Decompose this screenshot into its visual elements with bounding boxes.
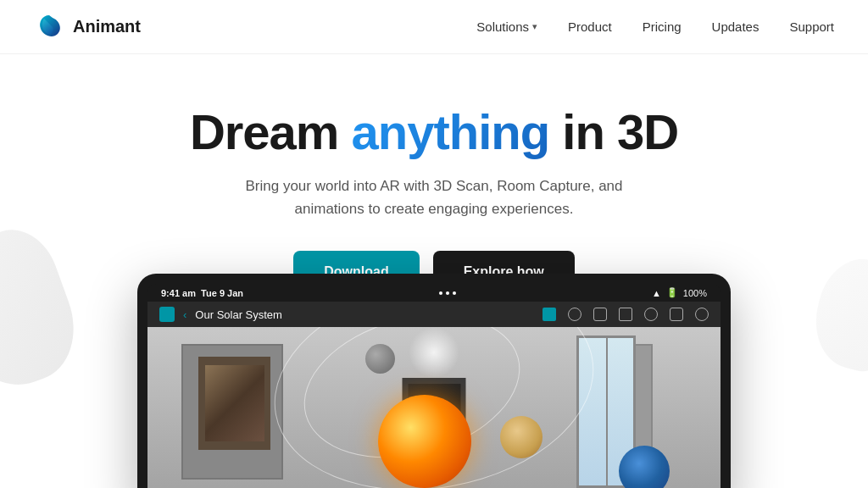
toolbar-grid-icon[interactable] bbox=[159, 307, 175, 322]
tablet-screen bbox=[147, 327, 721, 488]
toolbar-icon-4[interactable] bbox=[619, 308, 632, 321]
statusbar-center bbox=[439, 291, 456, 295]
tablet-mockup: 9:41 am Tue 9 Jan ▲ 🔋 100% ‹ Our Solar S… bbox=[137, 274, 731, 488]
navbar: Animant Solutions ▾ Product Pricing Upda… bbox=[0, 0, 868, 54]
statusbar-time: 9:41 am Tue 9 Jan bbox=[161, 288, 243, 298]
logo-icon bbox=[34, 12, 64, 42]
nav-links: Solutions ▾ Product Pricing Updates Supp… bbox=[476, 19, 834, 34]
statusbar-right: ▲ 🔋 100% bbox=[652, 287, 707, 298]
artwork-image-left bbox=[205, 365, 264, 441]
toolbar-action-icons bbox=[542, 308, 709, 321]
nav-pricing[interactable]: Pricing bbox=[643, 19, 682, 34]
hero-subtitle: Bring your world into AR with 3D Scan, R… bbox=[214, 175, 654, 220]
nav-updates[interactable]: Updates bbox=[712, 19, 760, 34]
statusbar-dot bbox=[439, 291, 442, 295]
planet-gray bbox=[365, 344, 395, 374]
toolbar-back-button[interactable]: ‹ bbox=[183, 308, 186, 321]
chevron-down-icon: ▾ bbox=[532, 21, 537, 32]
wifi-icon: ▲ bbox=[652, 288, 661, 298]
battery-icon: 🔋 bbox=[666, 287, 678, 298]
toolbar-icon-1[interactable] bbox=[542, 308, 556, 321]
hero-title-highlight: anything bbox=[352, 104, 550, 159]
toolbar-title: Our Solar System bbox=[195, 308, 534, 321]
toolbar-icon-3[interactable] bbox=[593, 308, 607, 321]
statusbar-dot bbox=[453, 291, 456, 295]
tablet-toolbar: ‹ Our Solar System bbox=[147, 302, 721, 327]
toolbar-icon-2[interactable] bbox=[568, 308, 581, 321]
window-divider bbox=[606, 338, 608, 485]
statusbar-dot bbox=[446, 291, 449, 295]
planet-saturn bbox=[500, 416, 542, 458]
toolbar-icon-5[interactable] bbox=[644, 308, 658, 321]
artwork-frame-left bbox=[198, 357, 270, 450]
brand-name: Animant bbox=[73, 17, 141, 36]
hero-title: Dream anything in 3D bbox=[190, 105, 678, 159]
toolbar-icon-7[interactable] bbox=[695, 308, 709, 321]
tablet-outer: 9:41 am Tue 9 Jan ▲ 🔋 100% ‹ Our Solar S… bbox=[137, 274, 731, 488]
logo[interactable]: Animant bbox=[34, 12, 141, 42]
nav-product[interactable]: Product bbox=[568, 19, 612, 34]
toolbar-icon-6[interactable] bbox=[670, 308, 683, 321]
tablet-statusbar: 9:41 am Tue 9 Jan ▲ 🔋 100% bbox=[147, 284, 721, 302]
planet-sun bbox=[378, 395, 471, 488]
hero-section: Dream anything in 3D Bring your world in… bbox=[0, 54, 868, 293]
nav-solutions[interactable]: Solutions ▾ bbox=[476, 19, 537, 34]
nav-support[interactable]: Support bbox=[789, 19, 834, 34]
ceiling-light bbox=[409, 327, 459, 378]
